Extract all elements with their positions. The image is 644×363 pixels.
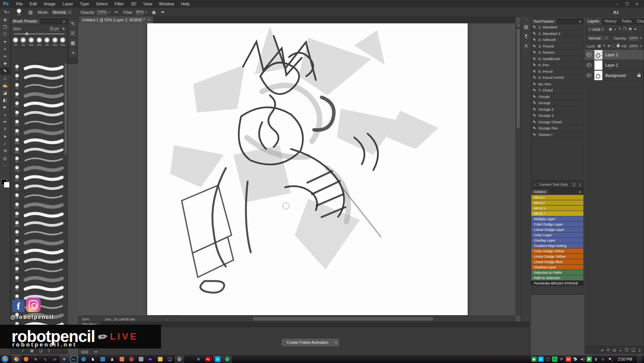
brush-preset-row[interactable]: 60 [11, 210, 67, 219]
brush-tool[interactable]: ✎ [0, 67, 10, 75]
brush-preset-row[interactable]: 100 [11, 247, 67, 256]
red-badge-app-icon[interactable] [127, 356, 136, 363]
tool-preset-item[interactable]: ✎Grunge [531, 100, 583, 106]
type-tool[interactable]: T [0, 126, 10, 133]
fill-value[interactable]: 100% [629, 44, 638, 48]
tool-preset-item[interactable]: ✎1- Standard [531, 24, 583, 31]
paragraph-panel-icon[interactable]: ¶ [522, 32, 531, 41]
layer-thumbnail[interactable] [594, 50, 603, 60]
tool-presets-menu-icon[interactable]: ≡ [579, 19, 581, 24]
lock-position-icon[interactable]: ✜ [608, 44, 611, 48]
clone-stamp-tool[interactable]: ♨ [0, 75, 10, 82]
layer-row[interactable]: Background [585, 70, 644, 81]
tool-preset-item[interactable]: ✎7- Chisel [531, 87, 583, 94]
delete-tool-preset-icon[interactable]: ▯ [579, 182, 581, 186]
action-item[interactable]: Selection to Paths [531, 270, 583, 275]
character-panel-icon[interactable]: A [522, 42, 531, 50]
black-round-app-icon[interactable] [185, 356, 193, 363]
brush-preset-row[interactable]: 202 [11, 238, 67, 247]
green-swoosh-app-icon[interactable]: ➘ [41, 356, 49, 363]
minimize-icon[interactable]: – [616, 2, 618, 6]
yellow-app-icon[interactable] [156, 356, 164, 363]
airbrush-icon[interactable]: ◉ [152, 10, 156, 15]
brush-preset-picker[interactable]: 35 [17, 8, 21, 17]
menu-edit[interactable]: Edit [26, 2, 40, 6]
tool-preset-item[interactable]: ✎Grunge 2 [531, 106, 583, 113]
tool-preset-item[interactable]: ✎6- Pen [531, 62, 583, 69]
flow-value[interactable]: 40% [136, 10, 144, 15]
action-item[interactable]: Gradient Map Setting [531, 243, 583, 248]
tool-preset-item[interactable]: ✎Grunge Pen [531, 125, 583, 132]
filter-type-layers-icon[interactable]: T [619, 27, 621, 31]
tool-preset-item[interactable]: ✎4- Texture [531, 49, 583, 56]
layer-opacity-value[interactable]: 100% [629, 36, 638, 40]
history-brush-tool[interactable]: ✍ [0, 82, 10, 89]
brush-preset-row[interactable]: 135 [11, 164, 67, 173]
messenger-icon[interactable]: ❥ [586, 356, 592, 362]
layer-style-icon[interactable]: fx [607, 348, 610, 352]
bristle-preview-icon[interactable]: ✎ [62, 27, 65, 31]
brush-preset-row[interactable]: 80 [11, 63, 67, 72]
clone-source-panel-icon[interactable]: ⎘ [69, 29, 77, 38]
brush-size-slider-thumb[interactable] [25, 32, 29, 35]
spotify-icon[interactable] [223, 356, 232, 363]
layer-visibility-icon[interactable] [586, 53, 591, 57]
brush-preset-row[interactable]: 80 [11, 109, 67, 118]
brush-preset-row[interactable]: 200 [11, 146, 67, 155]
brush-preset-row[interactable]: 90 [11, 91, 67, 100]
brush-settings-panel-icon[interactable]: ✎ [69, 20, 77, 28]
filter-toggle-icon[interactable]: ● [634, 27, 636, 31]
layer-row[interactable]: Layer 1 [585, 60, 644, 70]
gradient-tool[interactable]: ◧ [0, 96, 10, 104]
toggle-brush-panel-icon[interactable]: ▤ [28, 10, 33, 15]
horizontal-scroll-thumb[interactable] [253, 317, 433, 320]
new-tool-preset-icon[interactable]: ❏ [572, 182, 575, 186]
action-item[interactable]: Linear Dodge Yellow [531, 254, 583, 259]
spot-healing-brush-tool[interactable]: ✚ [0, 60, 10, 67]
adjustment-layer-icon[interactable]: ◑ [619, 348, 621, 352]
orange-app-icon[interactable] [118, 356, 126, 363]
brush-preset-row[interactable]: 46 [11, 183, 67, 192]
action-recorder-icon[interactable]: M [566, 356, 571, 362]
brush-tip-preset[interactable]: 200 [59, 37, 67, 47]
action-item[interactable]: Path to Selection [531, 275, 583, 280]
layer-group-icon[interactable]: ❐ [625, 348, 628, 352]
character-app-icon[interactable]: ♟ [108, 356, 117, 363]
close-icon[interactable]: ✕ [636, 2, 639, 6]
action-item[interactable]: Shadow Layer [531, 265, 583, 270]
background-color-swatch[interactable] [4, 182, 10, 188]
layer-blend-mode-select[interactable]: Normal▾ [587, 35, 610, 41]
layer-name[interactable]: Layer 1 [605, 63, 618, 67]
brush-panel-menu-icon[interactable]: ≡ [63, 19, 65, 24]
show-desktop-button[interactable] [637, 355, 642, 363]
tab-channels[interactable]: Channels [634, 18, 644, 25]
action-item[interactable]: Linear Dodge Blue [531, 259, 583, 264]
brush-tip-preset[interactable]: 90 [20, 37, 28, 47]
layer-row[interactable]: Layer 2 [585, 50, 644, 60]
layer-visibility-icon[interactable] [586, 63, 591, 67]
menu-view[interactable]: View [140, 2, 156, 6]
brush-size-field[interactable]: 35 px [49, 26, 59, 31]
tool-preset-item[interactable]: ✎6- Pencil [531, 69, 583, 75]
brush-preset-row[interactable]: 150 [11, 201, 67, 210]
network-error-flag-icon[interactable]: ⚑✕ [607, 356, 613, 362]
eraser-tool[interactable]: ◪ [0, 89, 10, 96]
menu-image[interactable]: Image [40, 2, 59, 6]
create-animation-dropdown-icon[interactable]: ▾ [333, 339, 339, 346]
sync-arrows-icon[interactable]: ⟳ [559, 356, 564, 362]
brush-preset-row[interactable]: 100 [11, 118, 67, 128]
brush-tip-preset[interactable]: 400 [51, 37, 59, 47]
brush-preset-row[interactable]: 90 [11, 82, 67, 91]
settings-asterisk-icon[interactable]: ✳ [31, 356, 40, 363]
brush-preset-row[interactable]: 90 [11, 155, 67, 164]
brush-preset-row[interactable]: 300 [11, 137, 67, 146]
lock-image-pixels-icon[interactable]: ✎ [603, 44, 606, 48]
rotate-view-tool[interactable]: ⟲ [0, 147, 10, 155]
brush-presets-tab[interactable]: Brush Presets [11, 19, 41, 24]
foreground-background-swatches[interactable] [1, 179, 9, 187]
create-frame-animation-label[interactable]: Create Frame Animation [282, 339, 333, 346]
volume-icon[interactable]: ◄) [580, 356, 585, 362]
layer-name[interactable]: Background [605, 74, 626, 78]
brush-tip-preset[interactable]: 35 [12, 37, 20, 47]
filter-pixel-layers-icon[interactable]: ▣ [609, 27, 612, 31]
